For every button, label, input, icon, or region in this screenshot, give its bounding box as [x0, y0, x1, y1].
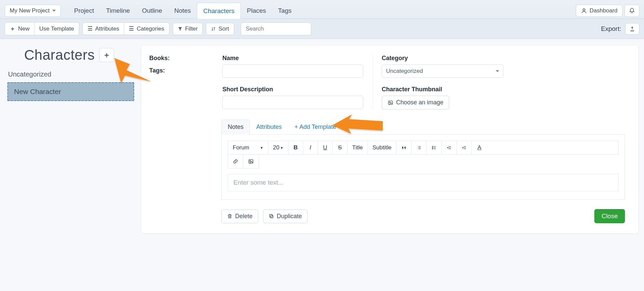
name-col: Name Short Description	[222, 55, 363, 109]
subtab-notes[interactable]: Notes	[221, 119, 250, 135]
svg-rect-1	[388, 101, 392, 104]
filter-label: Filter	[185, 26, 198, 32]
close-button[interactable]: Close	[594, 209, 625, 223]
tags-label: Tags:	[149, 67, 213, 74]
delete-button[interactable]: Delete	[221, 209, 258, 223]
notes-editor: Forum ▼ 20 ▼ B I U S Title Subtitle	[221, 135, 625, 200]
detail-footer: Delete Duplicate Close	[221, 209, 625, 223]
category-label: Category	[382, 55, 503, 62]
caret-down-icon	[52, 10, 56, 12]
user-icon	[581, 8, 587, 14]
category-select[interactable]: Uncategorized	[382, 64, 503, 78]
font-select[interactable]: Forum ▼	[228, 141, 268, 154]
tab-outline[interactable]: Outline	[136, 3, 168, 18]
dashboard-label: Dashboard	[590, 7, 618, 14]
tab-notes[interactable]: Notes	[168, 3, 197, 18]
category-col: Category Uncategorized Character Thumbna…	[373, 55, 503, 109]
filter-icon	[178, 27, 182, 31]
italic-button[interactable]: I	[303, 141, 318, 154]
editor-toolbar: Forum ▼ 20 ▼ B I U S Title Subtitle	[228, 141, 619, 155]
svg-rect-6	[249, 160, 253, 163]
notifications-button[interactable]	[625, 5, 639, 17]
name-field[interactable]	[222, 64, 363, 78]
delete-label: Delete	[235, 213, 253, 220]
chevron-down-icon	[496, 70, 499, 72]
add-character-button[interactable]: ＋	[99, 48, 114, 62]
list-item[interactable]: New Character	[7, 82, 134, 101]
export-label: Export:	[601, 25, 621, 33]
project-select[interactable]: My New Project	[5, 5, 61, 17]
subtab-attributes[interactable]: Attributes	[250, 119, 288, 135]
font-color-button[interactable]: A	[472, 141, 487, 154]
insert-image-button[interactable]	[243, 155, 259, 168]
use-template-button[interactable]: Use Template	[35, 22, 79, 35]
link-button[interactable]	[228, 155, 243, 168]
choose-image-label: Choose an image	[396, 99, 443, 106]
editor-toolbar-2	[228, 155, 259, 168]
strike-button[interactable]: S	[333, 141, 347, 154]
attr-group: ☰ Attributes ☰ Categories	[83, 22, 169, 35]
list-icon: ☰	[88, 25, 93, 32]
action-toolbar: ＋ New Use Template ☰ Attributes ☰ Catego…	[0, 19, 644, 39]
tab-places[interactable]: Places	[241, 3, 272, 18]
underline-button[interactable]: U	[318, 141, 333, 154]
bold-button[interactable]: B	[288, 141, 303, 154]
subtab-add-template[interactable]: + Add Template	[288, 119, 342, 135]
plus-icon: ＋	[103, 50, 110, 60]
new-button[interactable]: ＋ New	[5, 22, 35, 35]
size-label: 20	[273, 144, 279, 151]
books-label: Books:	[149, 55, 213, 62]
indent-button[interactable]	[457, 141, 472, 154]
choose-image-button[interactable]: Choose an image	[382, 96, 449, 109]
quote-button[interactable]	[396, 141, 412, 154]
subtitle-button[interactable]: Subtitle	[368, 141, 397, 154]
sort-button[interactable]: Sort	[206, 23, 234, 35]
project-name: My New Project	[10, 7, 50, 14]
sort-label: Sort	[218, 26, 229, 32]
export-icon	[630, 26, 635, 32]
svg-point-3	[432, 146, 433, 147]
sidebar-head: Characters ＋	[7, 47, 134, 63]
ul-icon	[431, 145, 437, 150]
caret-down-icon: ▼	[280, 146, 283, 150]
tab-timeline[interactable]: Timeline	[100, 3, 136, 18]
editor-textbox[interactable]: Enter some text...	[228, 174, 619, 191]
categories-label: Categories	[137, 26, 164, 32]
unordered-list-button[interactable]	[427, 141, 442, 154]
svg-rect-8	[270, 215, 273, 218]
top-nav: My New Project Project Timeline Outline …	[0, 0, 644, 19]
list-icon: ☰	[129, 25, 134, 32]
tab-characters[interactable]: Characters	[197, 3, 241, 19]
search-input[interactable]	[241, 22, 311, 35]
categories-button[interactable]: ☰ Categories	[124, 22, 169, 35]
filter-button[interactable]: Filter	[173, 23, 203, 35]
plus-icon: ＋	[10, 25, 15, 33]
category-value: Uncategorized	[386, 68, 423, 75]
quote-icon	[401, 145, 407, 150]
svg-point-5	[432, 149, 433, 149]
nav-tabs: Project Timeline Outline Notes Character…	[68, 3, 298, 18]
trash-icon	[227, 213, 232, 219]
meta-col: Books: Tags:	[149, 55, 213, 109]
new-group: ＋ New Use Template	[5, 22, 79, 35]
font-size-select[interactable]: 20 ▼	[268, 141, 288, 154]
font-color-icon: A	[478, 144, 481, 151]
ordered-list-button[interactable]	[412, 141, 427, 154]
sidebar-title: Characters	[24, 47, 95, 63]
outdent-icon	[446, 145, 452, 150]
tab-project[interactable]: Project	[68, 3, 100, 18]
shortdesc-field[interactable]	[222, 96, 363, 109]
attributes-label: Attributes	[95, 26, 119, 32]
bell-icon	[629, 8, 635, 14]
svg-point-0	[583, 9, 585, 11]
export-button[interactable]	[625, 23, 639, 35]
svg-rect-9	[270, 214, 272, 217]
dashboard-button[interactable]: Dashboard	[576, 5, 623, 17]
name-label: Name	[222, 55, 363, 62]
main-wrap: Characters ＋ Uncategorized New Character…	[0, 39, 644, 247]
attributes-button[interactable]: ☰ Attributes	[83, 22, 124, 35]
title-button[interactable]: Title	[347, 141, 368, 154]
outdent-button[interactable]	[442, 141, 457, 154]
tab-tags[interactable]: Tags	[272, 3, 298, 18]
duplicate-button[interactable]: Duplicate	[263, 209, 308, 223]
